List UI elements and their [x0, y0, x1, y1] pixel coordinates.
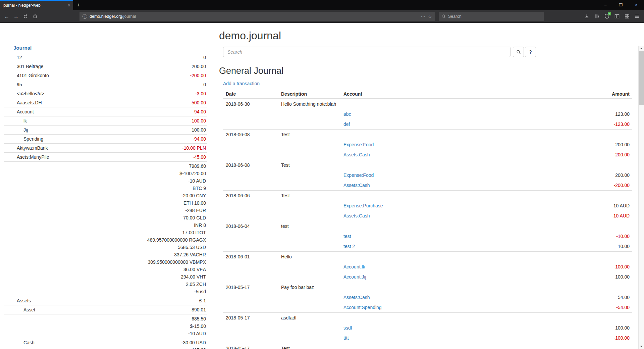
transaction-date: 2018-05-17: [223, 282, 278, 293]
add-transaction-link[interactable]: Add a transaction: [223, 81, 260, 86]
tab-bar: journal - hledger-web × + – ❐ ×: [0, 0, 644, 10]
transaction-description: Pay foo bar baz: [278, 282, 341, 293]
sidebar-account-row: lk-100.00: [4, 116, 207, 126]
sidebar-account-name[interactable]: 95: [4, 80, 92, 89]
sidebar-account-balance: 0: [92, 53, 207, 62]
posting-account-link[interactable]: test: [343, 234, 351, 239]
forward-button[interactable]: →: [11, 12, 21, 21]
transaction-date: 2018-06-04: [223, 221, 278, 232]
scrollbar-up-arrow[interactable]: [639, 46, 644, 51]
sidebar-amount: -117.00: [93, 346, 206, 349]
transaction-row: 2018-06-06Test: [223, 191, 632, 201]
new-tab-button[interactable]: +: [73, 0, 84, 10]
sidebar-account-name[interactable]: Spending: [4, 135, 92, 144]
posting-account-link[interactable]: Account:Jij: [343, 274, 366, 280]
url-bar[interactable]: i demo.hledger.org/journal ⋯ ☆: [79, 12, 435, 21]
posting-amount: 200.00: [475, 170, 632, 180]
journal-table: Date Description Account Amount 2018-06-…: [223, 90, 632, 349]
sidebar-amount: $-15.00: [93, 322, 206, 330]
posting-row: Account:Jij100.00: [223, 272, 632, 282]
browser-tab[interactable]: journal - hledger-web ×: [0, 0, 73, 10]
column-header-date: Date: [223, 90, 278, 99]
sidebar-account-name[interactable]: Asets:MunyPile: [4, 153, 92, 162]
posting-amount: -10.00: [475, 231, 632, 241]
apps-grid-icon[interactable]: [622, 12, 632, 21]
column-header-account: Account: [341, 90, 475, 99]
sidebar-journal-link[interactable]: Journal: [13, 45, 32, 51]
transaction-description: test: [278, 221, 341, 232]
library-icon[interactable]: [592, 12, 602, 21]
posting-row: abc123.00: [223, 109, 632, 119]
sidebar-toggle-icon[interactable]: [612, 12, 622, 21]
site-info-icon[interactable]: i: [83, 14, 87, 19]
posting-account-link[interactable]: Expense:Food: [343, 142, 374, 147]
posting-account-link[interactable]: def: [343, 121, 350, 127]
extension-shield-icon[interactable]: 0: [602, 12, 612, 21]
download-icon[interactable]: [582, 12, 592, 21]
window-minimize-button[interactable]: –: [598, 0, 613, 10]
transaction-row: 2018-05-17Test: [223, 343, 632, 349]
transaction-description: asdfadf: [278, 313, 341, 323]
posting-account-link[interactable]: test 2: [343, 244, 355, 249]
page-actions-icon[interactable]: ⋯: [421, 14, 425, 19]
sidebar-account-balance: -94.00: [92, 135, 207, 144]
sidebar-account-row: 120: [4, 53, 207, 62]
sidebar-account-name: [4, 162, 92, 296]
sidebar-account-name[interactable]: Account: [4, 107, 92, 116]
sidebar-account-name[interactable]: <u>hello</u>: [4, 89, 92, 98]
url-domain: demo.hledger.org: [90, 14, 122, 19]
journal-search-input[interactable]: [223, 47, 511, 57]
window-maximize-button[interactable]: ❐: [613, 0, 629, 10]
posting-account-link[interactable]: Expense:Purchase: [343, 203, 383, 208]
scrollbar-down-arrow[interactable]: [639, 344, 644, 349]
sidebar-account-name[interactable]: 301 Beiträge: [4, 62, 92, 71]
posting-account-link[interactable]: Assets:Cash: [343, 183, 370, 188]
posting-account-link[interactable]: abc: [343, 111, 351, 117]
posting-account-link[interactable]: Account:Spending: [343, 305, 382, 310]
sidebar-account-name[interactable]: Aktywa:mBank: [4, 144, 92, 153]
posting-amount: -54.00: [475, 302, 632, 313]
posting-account-link[interactable]: Assets:Cash: [343, 295, 370, 300]
search-icon: [441, 14, 446, 18]
sidebar-account-name[interactable]: Jij: [4, 126, 92, 135]
posting-amount: 54.00: [475, 292, 632, 302]
posting-account-link[interactable]: Assets:Cash: [343, 152, 370, 157]
window-close-button[interactable]: ×: [629, 0, 644, 10]
back-button[interactable]: ←: [2, 12, 11, 21]
posting-row: tttt-100.00: [223, 333, 632, 343]
home-icon[interactable]: [30, 12, 40, 21]
posting-account-link[interactable]: Assets:Cash: [343, 213, 370, 218]
search-help-button[interactable]: ?: [525, 47, 536, 57]
posting-account-link[interactable]: tttt: [343, 335, 349, 341]
posting-amount: -200.00: [475, 180, 632, 191]
toolbar-icons: 0: [582, 12, 642, 21]
toolbar-search-field[interactable]: Search: [439, 12, 544, 21]
tab-close-icon[interactable]: ×: [68, 3, 70, 8]
sidebar-account-name[interactable]: 4101 Girokonto: [4, 71, 92, 80]
bookmark-star-icon[interactable]: ☆: [428, 14, 432, 19]
reload-icon[interactable]: [21, 12, 30, 21]
sidebar-amount: 200.00: [93, 63, 206, 70]
sidebar-account-name[interactable]: 12: [4, 53, 92, 62]
sidebar-account-name[interactable]: Assets: [4, 296, 92, 305]
sidebar-account-name[interactable]: Asset: [4, 305, 92, 314]
posting-row: def-123.00: [223, 119, 632, 130]
posting-account-link[interactable]: Account:lk: [343, 264, 365, 269]
sidebar-account-balance: 890.01: [92, 305, 207, 314]
sidebar-account-row: Aktywa:mBank-10.00 PLN: [4, 144, 207, 153]
journal-search-button[interactable]: [513, 47, 524, 57]
posting-account-link[interactable]: ssdf: [343, 325, 352, 331]
sidebar-account-row: Asset890.01: [4, 305, 207, 314]
scrollbar-thumb[interactable]: [639, 51, 644, 105]
sidebar-account-name[interactable]: Cash: [4, 338, 92, 349]
sidebar-account-name[interactable]: Aaasets:DH: [4, 98, 92, 107]
posting-account-link[interactable]: Expense:Food: [343, 172, 374, 178]
journal-search-form: ?: [223, 47, 635, 57]
sidebar-account-name[interactable]: lk: [4, 116, 92, 126]
menu-hamburger-icon[interactable]: [632, 12, 642, 21]
sidebar-amount: 7989.60: [93, 162, 206, 170]
vertical-scrollbar[interactable]: [638, 46, 644, 349]
transaction-date: 2018-05-17: [223, 343, 278, 349]
sidebar-account-row: 7989.60$-100720.00-10 AUDBTC 9-20.00 CNY…: [4, 162, 207, 296]
main-content: demo.journal ? General Journal Add a tra…: [219, 23, 635, 349]
